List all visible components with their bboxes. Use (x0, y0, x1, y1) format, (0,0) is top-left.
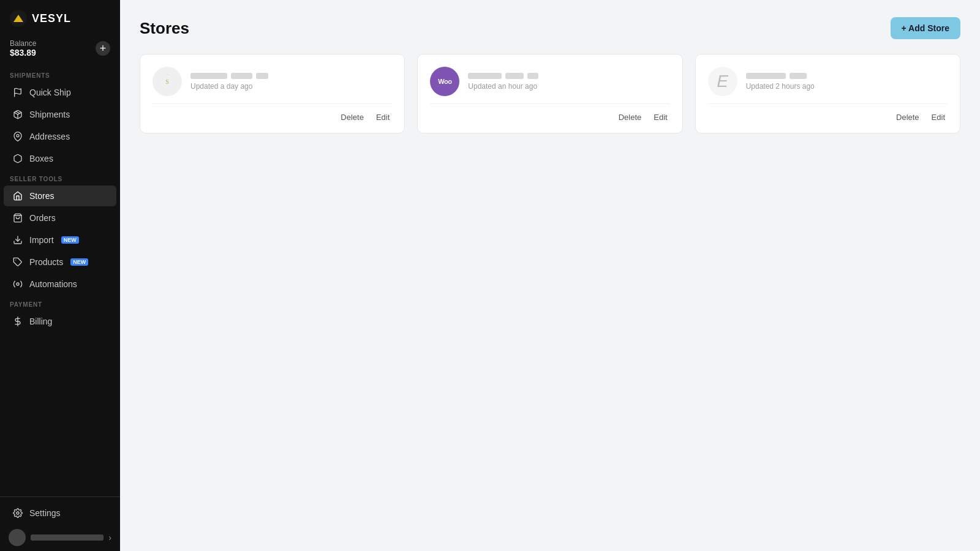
store-edit-button-1[interactable]: Edit (374, 111, 392, 123)
sidebar-item-boxes[interactable]: Boxes (4, 148, 116, 169)
store-card-2: Woo Updated an hour ago Delete Edit (417, 54, 682, 133)
settings-icon (12, 508, 23, 519)
store-logo-etsy: E (708, 67, 737, 96)
section-label-shipments: SHIPMENTS (0, 66, 120, 81)
etsy-logo-letter: E (717, 72, 728, 91)
sidebar-item-orders[interactable]: Orders (4, 208, 116, 228)
vesyl-logo-icon (10, 10, 27, 27)
import-new-badge: NEW (61, 236, 79, 244)
sidebar: VESYL Balance $83.89 + SHIPMENTS Quick S… (0, 0, 120, 551)
store-info-1: Updated a day ago (190, 73, 392, 91)
store-card-3: E Updated 2 hours ago Delete Edit (695, 54, 960, 133)
svg-text:S: S (165, 78, 168, 85)
store-name-placeholder-3 (746, 73, 948, 79)
store-card-actions-1: Delete Edit (153, 103, 392, 123)
main-content: Stores + Add Store S (120, 0, 980, 551)
sidebar-item-label: Boxes (29, 154, 53, 163)
store-type-bar (505, 73, 524, 79)
sidebar-item-quick-ship[interactable]: Quick Ship (4, 82, 116, 103)
sidebar-item-label: Stores (29, 191, 54, 201)
download-icon (12, 234, 23, 246)
sidebar-item-label: Import (29, 235, 54, 245)
tag-icon (12, 257, 23, 268)
shopping-bag-icon (12, 212, 23, 223)
store-delete-button-2[interactable]: Delete (616, 111, 644, 123)
balance-label: Balance (10, 39, 36, 48)
page-title: Stores (140, 19, 189, 38)
sidebar-item-addresses[interactable]: Addresses (4, 126, 116, 147)
sidebar-item-label: Orders (29, 213, 56, 223)
store-card-1: S Updated a day ago Delete Edit (140, 54, 405, 133)
user-area[interactable]: › (0, 524, 120, 551)
store-card-actions-2: Delete Edit (430, 103, 669, 123)
sidebar-item-label: Quick Ship (29, 88, 71, 97)
sidebar-item-label: Automations (29, 279, 77, 289)
map-pin-icon (12, 131, 23, 142)
svg-point-9 (17, 283, 19, 285)
package-icon (12, 109, 23, 120)
chevron-right-icon: › (108, 533, 111, 542)
sidebar-item-settings[interactable]: Settings (4, 503, 116, 523)
store-updated-3: Updated 2 hours ago (746, 82, 948, 91)
store-edit-button-3[interactable]: Edit (929, 111, 948, 123)
stores-grid: S Updated a day ago Delete Edit (140, 54, 960, 133)
store-delete-button-3[interactable]: Delete (894, 111, 922, 123)
sidebar-bottom: Settings › (0, 497, 120, 551)
store-id-bar (527, 73, 538, 79)
store-name-bar (190, 73, 227, 79)
rocket-icon (12, 87, 23, 98)
store-icon (12, 190, 23, 201)
section-label-seller-tools: SELLER TOOLS (0, 170, 120, 185)
store-info-3: Updated 2 hours ago (746, 73, 948, 91)
store-logo-woocommerce: Woo (430, 67, 459, 96)
store-updated-1: Updated a day ago (190, 82, 392, 91)
store-logo-shopify: S (153, 67, 182, 96)
store-name-bar (746, 73, 786, 79)
sidebar-item-automations[interactable]: Automations (4, 274, 116, 294)
box-icon (12, 153, 23, 164)
store-card-top-3: E Updated 2 hours ago (708, 67, 948, 96)
svg-line-3 (16, 111, 20, 113)
page-header: Stores + Add Store (140, 17, 960, 39)
automations-icon (12, 279, 23, 290)
user-info (31, 534, 104, 541)
sidebar-item-label: Billing (29, 317, 52, 326)
woo-logo-text: Woo (438, 78, 451, 85)
store-name-placeholder-1 (190, 73, 392, 79)
sidebar-item-shipments[interactable]: Shipments (4, 104, 116, 125)
store-edit-button-2[interactable]: Edit (651, 111, 669, 123)
sidebar-item-products[interactable]: Products NEW (4, 252, 116, 272)
store-type-bar (790, 73, 807, 79)
add-balance-button[interactable]: + (96, 41, 110, 56)
svg-point-11 (17, 512, 19, 514)
balance-amount: $83.89 (10, 48, 36, 58)
sidebar-item-import[interactable]: Import NEW (4, 230, 116, 250)
sidebar-item-label: Addresses (29, 132, 70, 141)
logo-area: VESYL (0, 0, 120, 34)
balance-section: Balance $83.89 + (0, 34, 120, 66)
dollar-icon (12, 316, 23, 327)
store-id-bar (256, 73, 268, 79)
store-name-bar (468, 73, 502, 79)
logo-text: VESYL (32, 12, 71, 25)
store-card-actions-3: Delete Edit (708, 103, 948, 123)
svg-point-5 (17, 135, 19, 137)
store-card-top-1: S Updated a day ago (153, 67, 392, 96)
user-avatar (9, 529, 26, 546)
sidebar-item-label: Products (29, 257, 63, 267)
store-name-placeholder-2 (468, 73, 669, 79)
store-updated-2: Updated an hour ago (468, 82, 669, 91)
store-type-bar (231, 73, 252, 79)
sidebar-item-stores[interactable]: Stores (4, 186, 116, 206)
sidebar-item-label: Shipments (29, 110, 70, 119)
sidebar-item-billing[interactable]: Billing (4, 311, 116, 332)
store-info-2: Updated an hour ago (468, 73, 669, 91)
store-delete-button-1[interactable]: Delete (338, 111, 366, 123)
section-label-payment: PAYMENT (0, 295, 120, 310)
add-store-button[interactable]: + Add Store (891, 17, 960, 39)
store-card-top-2: Woo Updated an hour ago (430, 67, 669, 96)
products-new-badge: NEW (70, 258, 88, 266)
settings-label: Settings (29, 508, 61, 518)
